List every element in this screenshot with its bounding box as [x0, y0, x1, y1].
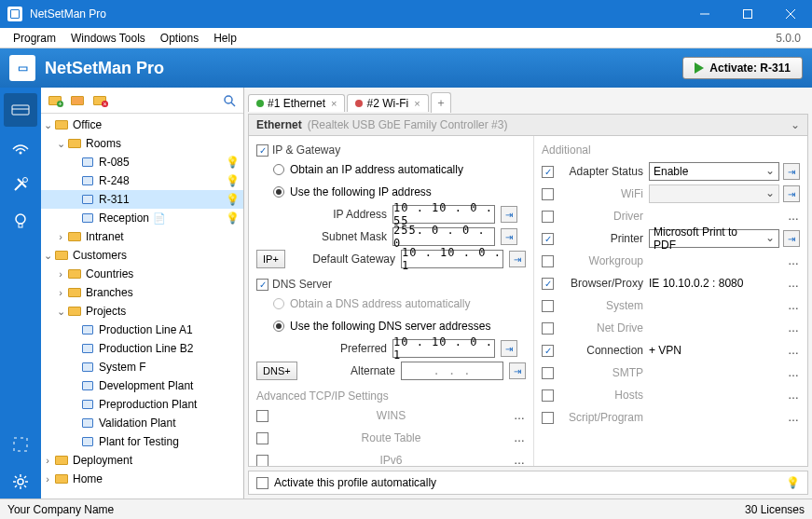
tree-item[interactable]: Plant for Testing	[41, 432, 243, 451]
tree-folder[interactable]: ›Branches	[41, 283, 243, 302]
ip-address-input[interactable]: 10 . 10 . 0 . 55	[392, 205, 495, 224]
additional-more-button[interactable]: …	[788, 321, 800, 335]
additional-more-button[interactable]: …	[788, 389, 800, 402]
dns-pref-expand-button[interactable]: ⇥	[501, 340, 517, 357]
additional-checkbox[interactable]	[542, 166, 554, 178]
menu-help[interactable]: Help	[206, 30, 244, 47]
sidebar-tools[interactable]	[4, 168, 37, 201]
additional-checkbox[interactable]	[542, 300, 554, 312]
additional-expand-button[interactable]: ⇥	[783, 230, 800, 247]
minimize-button[interactable]	[683, 0, 726, 28]
dns-alt-expand-button[interactable]: ⇥	[509, 362, 526, 379]
tree-folder[interactable]: ›Countries	[41, 265, 243, 283]
ip-use-radio[interactable]	[273, 186, 284, 198]
additional-checkbox[interactable]	[542, 322, 554, 335]
sidebar-settings[interactable]	[4, 465, 37, 499]
additional-checkbox[interactable]	[542, 345, 554, 357]
tree-item[interactable]: Validation Plant	[41, 414, 243, 432]
dns-obtain-radio[interactable]	[273, 298, 284, 309]
tree-item[interactable]: Production Line A1	[41, 321, 243, 339]
tree-folder[interactable]: ›Home	[41, 470, 243, 488]
tree-item[interactable]: Production Line B2	[41, 339, 243, 358]
additional-select[interactable]: Microsoft Print to PDF	[649, 229, 779, 248]
subnet-input[interactable]: 255. 0 . 0 . 0	[392, 227, 495, 246]
add-folder-button[interactable]: +	[45, 90, 65, 111]
sidebar-wifi[interactable]	[4, 130, 37, 164]
gw-expand-button[interactable]: ⇥	[509, 251, 526, 267]
profile-tree[interactable]: ⌄Office⌄RoomsR-085💡R-248💡R-311💡Reception…	[41, 114, 243, 499]
add-tab-button[interactable]: ＋	[431, 92, 451, 113]
additional-more-button[interactable]: …	[788, 366, 800, 379]
wins-checkbox[interactable]	[256, 410, 268, 422]
route-checkbox[interactable]	[256, 432, 268, 444]
ip-obtain-radio[interactable]	[273, 164, 284, 175]
tree-label: Validation Plant	[99, 417, 176, 430]
bulb-icon[interactable]: 💡	[786, 476, 800, 489]
tree-item[interactable]: R-085💡	[41, 153, 243, 171]
tree-item[interactable]: Reception📄💡	[41, 209, 243, 227]
additional-more-button[interactable]: …	[788, 299, 800, 312]
additional-more-button[interactable]: …	[788, 277, 800, 290]
adapter-selector[interactable]: Ethernet (Realtek USB GbE Family Control…	[248, 114, 808, 136]
close-icon[interactable]: ×	[331, 98, 337, 109]
additional-expand-button[interactable]: ⇥	[783, 185, 800, 202]
add-item-button[interactable]	[67, 90, 88, 111]
subnet-expand-button[interactable]: ⇥	[501, 228, 517, 245]
additional-checkbox[interactable]	[542, 188, 554, 200]
close-button[interactable]	[769, 0, 812, 28]
delete-button[interactable]: ×	[89, 90, 110, 111]
tab-ethernet[interactable]: #1 Ethernet×	[248, 94, 345, 112]
dns-checkbox[interactable]	[256, 279, 268, 291]
route-more-button[interactable]: …	[514, 431, 526, 444]
tree-folder[interactable]: ⌄Customers	[41, 246, 243, 265]
maximize-button[interactable]	[726, 0, 769, 28]
tree-item[interactable]: R-311💡	[41, 190, 243, 209]
dns-use-radio[interactable]	[273, 321, 284, 332]
additional-more-button[interactable]: …	[788, 344, 800, 357]
additional-checkbox[interactable]	[542, 255, 554, 267]
additional-checkbox[interactable]	[542, 233, 554, 245]
auto-activate-row: Activate this profile automatically 💡	[248, 471, 808, 495]
menu-program[interactable]: Program	[6, 30, 63, 47]
auto-activate-checkbox[interactable]	[256, 477, 268, 489]
search-button[interactable]	[219, 90, 240, 111]
sidebar-fullscreen[interactable]	[4, 428, 37, 461]
additional-checkbox[interactable]	[542, 367, 554, 379]
dns-plus-button[interactable]: DNS+	[256, 362, 297, 380]
tree-folder[interactable]: ›Intranet	[41, 227, 243, 246]
dns-preferred-input[interactable]: 10 . 10 . 0 . 1	[392, 339, 495, 358]
additional-checkbox[interactable]	[542, 412, 554, 424]
menu-windows-tools[interactable]: Windows Tools	[63, 30, 153, 47]
tree-folder[interactable]: ›Deployment	[41, 451, 243, 470]
tree-item[interactable]: Development Plant	[41, 376, 243, 395]
close-icon[interactable]: ×	[414, 98, 420, 109]
additional-select[interactable]: Enable	[649, 162, 779, 181]
tree-item[interactable]: R-248💡	[41, 171, 243, 190]
ip-plus-button[interactable]: IP+	[256, 250, 285, 268]
additional-expand-button[interactable]: ⇥	[783, 163, 800, 180]
ipv6-checkbox[interactable]	[256, 455, 268, 467]
tree-folder[interactable]: ⌄Rooms	[41, 134, 243, 153]
activate-button[interactable]: Activate: R-311	[682, 57, 803, 79]
tree-folder[interactable]: ⌄Office	[41, 116, 243, 134]
tab-wifi[interactable]: #2 Wi-Fi×	[347, 94, 428, 112]
sidebar-profiles[interactable]	[4, 93, 37, 127]
dns-alternate-input[interactable]: . . .	[401, 362, 503, 380]
ip-expand-button[interactable]: ⇥	[501, 206, 517, 223]
tree-item[interactable]: System F	[41, 358, 243, 376]
tree-folder[interactable]: ⌄Projects	[41, 302, 243, 321]
tree-item[interactable]: Preproduction Plant	[41, 395, 243, 414]
additional-checkbox[interactable]	[542, 278, 554, 290]
additional-checkbox[interactable]	[542, 211, 554, 223]
additional-more-button[interactable]: …	[788, 210, 800, 223]
additional-checkbox[interactable]	[542, 389, 554, 402]
additional-more-button[interactable]: …	[788, 254, 800, 267]
menu-options[interactable]: Options	[153, 30, 206, 47]
ip-gateway-checkbox[interactable]	[256, 144, 268, 157]
wins-more-button[interactable]: …	[514, 409, 526, 422]
gateway-input[interactable]: 10 . 10 . 0 . 1	[401, 250, 503, 268]
profile-icon	[80, 435, 95, 448]
additional-more-button[interactable]: …	[788, 411, 800, 424]
sidebar-ideas[interactable]	[4, 205, 37, 239]
ipv6-more-button[interactable]: …	[514, 454, 526, 467]
